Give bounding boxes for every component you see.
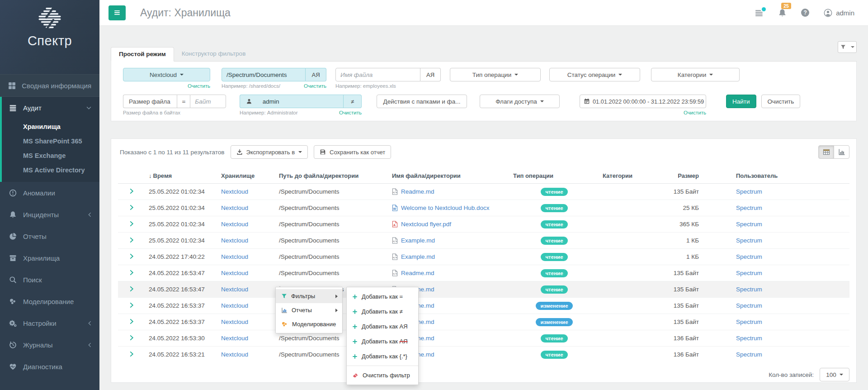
categories-dropdown[interactable]: Категории: [651, 68, 740, 81]
user-link[interactable]: Spectrum: [736, 188, 762, 195]
user-link[interactable]: Spectrum: [736, 302, 762, 309]
col-header[interactable]: Хранилище: [217, 169, 274, 184]
export-button[interactable]: Экспортировать в: [231, 145, 308, 159]
user-link[interactable]: Spectrum: [736, 335, 762, 342]
submenu-item-add-filter-not-equals[interactable]: Добавить как ≠: [347, 304, 418, 319]
table-row[interactable]: 25.05.2022 01:02:34 Nextcloud /Spectrum/…: [118, 184, 849, 200]
table-row[interactable]: 24.05.2022 16:53:37 Nextcloud /Spectrum/…: [118, 298, 849, 314]
help-button[interactable]: ?: [801, 9, 809, 17]
chart-view-button[interactable]: [834, 145, 849, 159]
submenu-item-add-filter-case-strike[interactable]: Добавить как АЯ: [347, 334, 418, 349]
table-row[interactable]: 24.05.2022 16:53:47 Nextcloud /Spectrum/…: [118, 265, 849, 281]
user-not-equals-addon[interactable]: ≠: [344, 95, 362, 108]
operation-status-dropdown[interactable]: Статус операции: [549, 68, 640, 81]
sidebar-item-settings[interactable]: Настройки: [0, 312, 99, 334]
operation-type-dropdown[interactable]: Тип операции: [450, 68, 541, 81]
table-row[interactable]: 24.05.2022 16:53:47 Nextcloud /Spectrum/…: [118, 281, 849, 298]
tab-filter-builder[interactable]: Конструктор фильтров: [174, 47, 254, 62]
access-flags-dropdown[interactable]: Флаги доступа: [480, 95, 560, 108]
table-row[interactable]: 24.05.2022 17:40:22 Nextcloud /Spectrum/…: [118, 249, 849, 265]
col-header[interactable]: Имя файла/директории: [387, 169, 509, 184]
sidebar-item-audit-storages[interactable]: Хранилища: [2, 119, 99, 134]
expand-row-icon[interactable]: [129, 351, 134, 357]
table-row[interactable]: 25.05.2022 01:02:34 Nextcloud /Spectrum/…: [118, 216, 849, 233]
storage-link[interactable]: Nextcloud: [221, 237, 248, 244]
file-link[interactable]: Example.md: [401, 237, 435, 244]
table-row[interactable]: 24.05.2022 16:53:21 Nextcloud /Spectrum/…: [118, 347, 849, 363]
path-clear-link[interactable]: Очистить: [304, 83, 326, 89]
user-link[interactable]: Spectrum: [736, 286, 762, 293]
table-row[interactable]: 25.05.2022 01:02:34 Nextcloud /Spectrum/…: [118, 200, 849, 216]
filename-filter-input[interactable]: [335, 68, 420, 81]
storage-link[interactable]: Nextcloud: [221, 319, 248, 325]
table-row[interactable]: 25.05.2022 01:02:34 Nextcloud /Spectrum/…: [118, 233, 849, 249]
user-link[interactable]: Spectrum: [736, 319, 762, 325]
col-header[interactable]: Тип операции: [509, 169, 598, 184]
sidebar-item-search[interactable]: Поиск: [0, 269, 99, 290]
table-row[interactable]: 24.05.2022 16:53:37 Nextcloud /Spectrum/…: [118, 314, 849, 330]
sidebar-item-diagnostics[interactable]: Диагностика: [0, 356, 99, 377]
sidebar-item-modeling[interactable]: Моделирование: [0, 290, 99, 312]
user-clear-link[interactable]: Очистить: [339, 110, 362, 115]
file-link[interactable]: Readme.md: [401, 270, 434, 276]
user-link[interactable]: Spectrum: [736, 351, 762, 358]
sidebar-item-incidents[interactable]: Инциденты: [0, 204, 99, 225]
file-link[interactable]: Welcome to Nextcloud Hub.docx: [401, 205, 490, 211]
tab-simple-mode[interactable]: Простой режим: [111, 47, 174, 62]
sidebar-item-audit-active-directory[interactable]: MS Active Directory: [2, 163, 99, 177]
col-header[interactable]: Пользователь: [732, 169, 849, 184]
expand-row-icon[interactable]: [129, 221, 134, 227]
col-header[interactable]: ↓Время: [144, 169, 217, 184]
file-size-input[interactable]: [190, 95, 226, 108]
storage-link[interactable]: Nextcloud: [221, 221, 248, 228]
date-range-picker[interactable]: 01.01.2022 00:00:00 - 31.12.2022 23:59:5…: [580, 95, 706, 108]
expand-row-icon[interactable]: [129, 188, 134, 194]
sidebar-item-audit-sharepoint[interactable]: MS SharePoint 365: [2, 134, 99, 148]
user-link[interactable]: Spectrum: [736, 253, 762, 260]
expand-row-icon[interactable]: [129, 253, 134, 259]
context-menu-item-filters[interactable]: Фильтры: [276, 289, 342, 303]
sidebar-item-storages[interactable]: Хранилища: [0, 247, 99, 269]
col-header[interactable]: Путь до файла/директории: [274, 169, 387, 184]
save-report-button[interactable]: Сохранить как отчет: [314, 145, 391, 159]
user-link[interactable]: Spectrum: [736, 221, 762, 228]
file-link[interactable]: Nextcloud flyer.pdf: [401, 221, 451, 228]
user-link[interactable]: Spectrum: [736, 270, 762, 276]
expand-row-icon[interactable]: [129, 270, 134, 276]
sidebar-item-journals[interactable]: Журналы: [0, 334, 99, 356]
sidebar-item-reports[interactable]: Отчеты: [0, 225, 99, 247]
storage-link[interactable]: Nextcloud: [221, 286, 248, 293]
user-filter-input[interactable]: [258, 95, 344, 108]
expand-row-icon[interactable]: [129, 319, 134, 324]
expand-row-icon[interactable]: [129, 335, 134, 341]
col-header[interactable]: Размер: [664, 169, 732, 184]
sidebar-toggle-button[interactable]: [108, 5, 126, 20]
expand-row-icon[interactable]: [129, 286, 134, 292]
storage-link[interactable]: Nextcloud: [221, 270, 248, 276]
expand-row-icon[interactable]: [129, 205, 134, 210]
search-button[interactable]: Найти: [726, 95, 756, 108]
sidebar-item-summary[interactable]: Сводная информация: [0, 74, 99, 97]
user-link[interactable]: Spectrum: [736, 205, 762, 211]
user-link[interactable]: Spectrum: [736, 237, 762, 244]
sidebar-item-audit[interactable]: Аудит: [2, 97, 99, 119]
submenu-item-add-filter-equals[interactable]: Добавить как =: [347, 289, 418, 304]
storage-link[interactable]: Nextcloud: [221, 188, 248, 195]
table-row[interactable]: 24.05.2022 16:53:30 Nextcloud /Spectrum/…: [118, 330, 849, 347]
file-link[interactable]: Readme.md: [401, 188, 434, 195]
submenu-item-add-filter-regex[interactable]: Добавить как {.*}: [347, 349, 418, 364]
submenu-item-add-filter-case[interactable]: Добавить как АЯ: [347, 319, 418, 334]
file-link[interactable]: Example.md: [401, 253, 435, 260]
clear-filters-button[interactable]: Очистить: [761, 95, 801, 108]
saved-filters-button[interactable]: [838, 41, 857, 53]
sort-desc-icon[interactable]: ↓: [149, 172, 152, 179]
expand-row-icon[interactable]: [129, 237, 134, 243]
folder-actions-dropdown[interactable]: Действия с папками и фа...: [377, 95, 467, 108]
file-size-operator[interactable]: =: [177, 95, 190, 108]
storage-link[interactable]: Nextcloud: [221, 253, 248, 260]
expand-row-icon[interactable]: [129, 302, 134, 308]
storage-clear-link[interactable]: Очистить: [188, 83, 210, 89]
sidebar-item-anomalies[interactable]: Аномалии: [0, 182, 99, 204]
storage-link[interactable]: Nextcloud: [221, 302, 248, 309]
date-clear-link[interactable]: Очистить: [684, 110, 706, 115]
